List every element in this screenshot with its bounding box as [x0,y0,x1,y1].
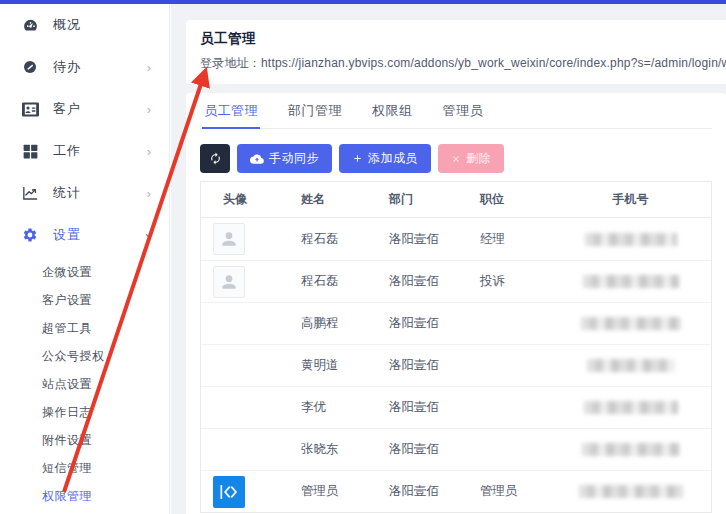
delete-label: 删除 [466,150,491,167]
cell-name: 程石磊 [285,231,375,248]
submenu-item-official-auth[interactable]: 公众号授权 [0,342,169,370]
submenu-item-super-tools[interactable]: 超管工具 [0,314,169,342]
tab-department-management[interactable]: 部门管理 [286,99,344,129]
cell-name: 管理员 [285,483,375,500]
add-member-button[interactable]: 添加成员 [339,144,431,173]
table-header-row: 头像 姓名 部门 职位 手机号 [201,182,711,218]
table-row: 李优 洛阳壹佰 [201,386,711,428]
sidebar-item-customers[interactable]: 客户 › [0,88,169,130]
column-header-position: 职位 [470,191,550,208]
refresh-button[interactable] [200,144,230,173]
manual-sync-label: 手动同步 [269,150,319,167]
main-content: 员工管理 登录地址：https://jianzhan.ybvips.com/ad… [171,4,726,514]
close-x-icon [451,154,461,164]
customers-card-icon [20,100,40,118]
cell-dept: 洛阳壹佰 [375,273,470,290]
dashboard-gauge-icon [20,16,40,34]
column-header-phone: 手机号 [550,191,711,208]
todo-icon [20,58,40,76]
cloud-icon [250,153,264,164]
cell-dept: 洛阳壹佰 [375,399,470,416]
column-header-name: 姓名 [285,191,375,208]
login-address-line: 登录地址：https://jianzhan.ybvips.com/addons/… [200,55,726,72]
refresh-icon [209,152,222,165]
phone-blurred [583,275,679,288]
cell-position: 管理员 [470,483,550,500]
table-row: 张晓东 洛阳壹佰 [201,428,711,470]
chevron-right-icon: › [147,61,151,74]
phone-blurred [587,359,675,372]
table-row: 高鹏程 洛阳壹佰 [201,302,711,344]
table-row: 程石磊 洛阳壹佰 经理 [201,218,711,260]
sidebar-item-label: 统计 [53,184,81,202]
tab-permission-group[interactable]: 权限组 [370,99,415,129]
toolbar: 手动同步 添加成员 删除 [200,144,712,173]
login-address-label: 登录地址： [200,56,261,70]
cell-name: 黄明道 [285,357,375,374]
cell-dept: 洛阳壹佰 [375,483,470,500]
submenu-item-permission[interactable]: 权限管理 [0,482,169,510]
submenu-item-attachment[interactable]: 附件设置 [0,426,169,454]
admin-logo-avatar [213,476,245,508]
cell-position: 投诉 [470,273,550,290]
phone-blurred [585,233,677,246]
employee-panel-card: 员工管理 部门管理 权限组 管理员 手动同步 添加成员 [186,93,726,514]
submenu-item-customer-settings[interactable]: 客户设置 [0,286,169,314]
sidebar-item-label: 客户 [53,100,81,118]
stats-chart-icon [20,184,40,202]
chevron-down-icon: › [142,233,155,237]
page-title: 员工管理 [200,30,726,48]
submenu-item-qiwei-settings[interactable]: 企微设置 [0,258,169,286]
table-row: 程石磊 洛阳壹佰 投诉 [201,260,711,302]
employee-table: 头像 姓名 部门 职位 手机号 程石磊 洛阳壹佰 经理 程石磊 洛阳壹佰 投诉 [200,181,712,513]
chevron-right-icon: › [147,187,151,200]
phone-blurred [581,317,681,330]
cell-position: 经理 [470,231,550,248]
cell-name: 李优 [285,399,375,416]
login-address-url: https://jianzhan.ybvips.com/addons/yb_wo… [261,56,726,70]
cell-dept: 洛阳壹佰 [375,231,470,248]
sidebar-item-label: 待办 [53,58,81,76]
plus-icon [352,153,363,164]
column-header-dept: 部门 [375,191,470,208]
table-row: 管理员 洛阳壹佰 管理员 [201,470,711,512]
column-header-avatar: 头像 [201,191,285,208]
avatar-placeholder [213,266,245,298]
avatar-placeholder [213,223,245,255]
manual-sync-button[interactable]: 手动同步 [237,144,332,173]
tab-employee-management[interactable]: 员工管理 [202,99,260,129]
submenu-item-operation-log[interactable]: 操作日志 [0,398,169,426]
settings-submenu: 企微设置 客户设置 超管工具 公众号授权 站点设置 操作日志 附件设置 短信管理… [0,256,169,510]
work-grid-icon [20,142,40,160]
sidebar-item-label: 设置 [53,226,81,244]
cell-dept: 洛阳壹佰 [375,441,470,458]
tab-administrator[interactable]: 管理员 [441,99,486,129]
chevron-right-icon: › [147,103,151,116]
sidebar-item-overview[interactable]: 概况 [0,4,169,46]
sidebar-item-work[interactable]: 工作 › [0,130,169,172]
chevron-right-icon: › [147,145,151,158]
sidebar-item-label: 工作 [53,142,81,160]
table-row: 黄明道 洛阳壹佰 [201,344,711,386]
sidebar: 概况 待办 › 客户 › 工作 › 统计 › 设置 › 企 [0,4,170,514]
phone-blurred [584,401,678,414]
tab-bar: 员工管理 部门管理 权限组 管理员 [200,99,712,129]
delete-button[interactable]: 删除 [438,144,504,173]
settings-gear-icon [20,226,40,244]
sidebar-item-stats[interactable]: 统计 › [0,172,169,214]
cell-dept: 洛阳壹佰 [375,315,470,332]
phone-blurred [579,485,683,498]
page-header-card: 员工管理 登录地址：https://jianzhan.ybvips.com/ad… [186,20,726,84]
cell-dept: 洛阳壹佰 [375,357,470,374]
top-accent-bar [0,0,726,4]
submenu-item-site-settings[interactable]: 站点设置 [0,370,169,398]
cell-name: 张晓东 [285,441,375,458]
submenu-item-sms[interactable]: 短信管理 [0,454,169,482]
sidebar-item-label: 概况 [53,16,81,34]
sidebar-item-todo[interactable]: 待办 › [0,46,169,88]
cell-name: 高鹏程 [285,315,375,332]
cell-name: 程石磊 [285,273,375,290]
sidebar-item-settings[interactable]: 设置 › [0,214,169,256]
add-member-label: 添加成员 [368,150,418,167]
phone-blurred [582,443,680,456]
